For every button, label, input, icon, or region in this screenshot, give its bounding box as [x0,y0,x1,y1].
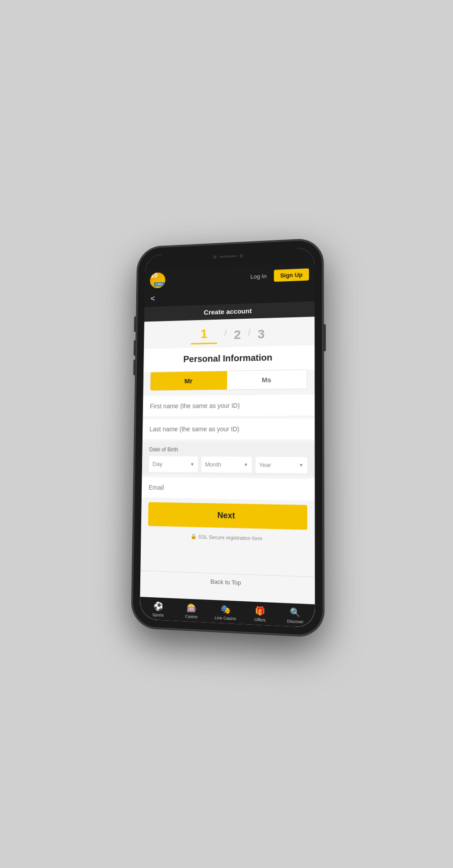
gender-mr-button[interactable]: Mr [150,371,227,390]
page-title: Create account [204,307,252,316]
notch-camera-2 [239,254,243,258]
dob-selects: Day ▼ Month ▼ Year ▼ [148,456,307,473]
step-1-item: 1 [191,326,217,344]
step-divider-1: / [224,328,227,339]
first-name-input[interactable] [149,401,307,410]
day-label: Day [152,461,162,467]
form-area: Personal Information Mr Ms Date of Birth [140,345,315,604]
notch-camera [213,255,216,259]
lock-icon: 🔒 [190,533,196,539]
discover-icon: 🔍 [290,607,300,618]
offers-label: Offers [254,617,265,623]
logo-cric-text: CRIC [154,282,164,286]
year-select[interactable]: Year ▼ [255,457,307,473]
month-dropdown-arrow: ▼ [243,462,248,467]
logo-circle: 10 CRIC [150,272,165,288]
next-button[interactable]: Next [148,502,307,530]
phone-screen: 10 CRIC Log In Sign Up < Create account … [139,247,315,628]
year-dropdown-arrow: ▼ [299,462,303,467]
step-1-number: 1 [200,327,207,341]
sports-label: Sports [152,613,163,618]
back-button[interactable]: < [150,293,158,304]
email-input[interactable] [148,484,307,493]
notch-speaker [219,255,237,258]
logo-container: 10 CRIC [150,272,165,288]
last-name-group [142,418,315,439]
live-casino-label: Live Casino [215,615,236,621]
first-name-group [143,394,315,416]
steps-container: 1 / 2 / 3 [143,316,314,349]
notch [201,250,254,263]
step-3-number: 3 [257,327,265,341]
live-casino-icon: 🎭 [220,604,230,615]
casino-icon: 🎰 [186,603,196,613]
last-name-input[interactable] [149,425,307,433]
login-button[interactable]: Log In [247,271,270,282]
ssl-text: SSL Secure registration form [198,534,262,541]
day-select[interactable]: Day ▼ [148,456,198,472]
nav-casino[interactable]: 🎰 Casino [174,602,208,620]
logo-ten-text: 10 [151,272,157,279]
step-2-item: 2 [234,327,241,342]
nav-discover[interactable]: 🔍 Discover [277,607,313,625]
year-label: Year [259,462,271,468]
sports-icon: ⚽ [153,601,163,611]
month-select[interactable]: Month ▼ [201,457,252,473]
phone-wrapper: 10 CRIC Log In Sign Up < Create account … [132,239,324,637]
step-2-number: 2 [234,327,241,342]
offers-icon: 🎁 [255,605,265,616]
step-3-item: 3 [257,327,265,341]
step-divider-2: / [248,327,250,338]
gender-toggle: Mr Ms [150,369,307,391]
section-title: Personal Information [143,345,315,373]
gender-ms-button[interactable]: Ms [227,370,306,389]
back-to-top-text[interactable]: Back to Top [210,578,241,586]
month-label: Month [205,461,221,468]
nav-sports[interactable]: ⚽ Sports [141,600,175,618]
dob-label: Date of Birth [149,446,307,453]
day-dropdown-arrow: ▼ [190,462,194,467]
email-group [141,477,315,500]
page-content: 1 / 2 / 3 Personal Information [140,316,315,604]
nav-live-casino[interactable]: 🎭 Live Casino [208,604,243,622]
step-1-underline [191,343,217,344]
dob-section: Date of Birth Day ▼ Month ▼ Year ▼ [142,442,315,476]
header-nav: Log In Sign Up [247,268,309,283]
nav-offers[interactable]: 🎁 Offers [243,605,277,623]
discover-label: Discover [287,619,304,624]
signup-button[interactable]: Sign Up [274,268,309,282]
casino-label: Casino [185,614,198,619]
